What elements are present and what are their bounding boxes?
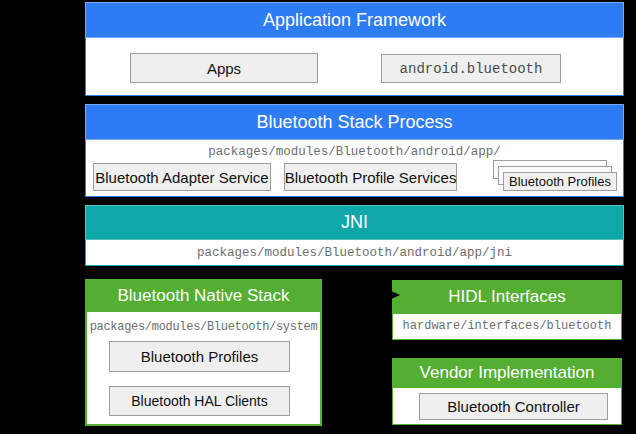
native-stack-path-label: packages/modules/Bluetooth/system — [87, 320, 320, 334]
section-hidl-interfaces: HIDL Interfaces hardware/interfaces/blue… — [392, 280, 622, 340]
bluetooth-adapter-service-box: Bluetooth Adapter Service — [93, 163, 271, 191]
jni-header: JNI — [85, 205, 624, 240]
hidl-interfaces-body: hardware/interfaces/bluetooth — [392, 314, 622, 340]
application-framework-header: Application Framework — [85, 2, 624, 38]
section-vendor-implementation: Vendor Implementation Bluetooth Controll… — [392, 358, 622, 425]
apps-box: Apps — [130, 53, 318, 83]
jni-body: packages/modules/Bluetooth/android/app/j… — [85, 240, 624, 266]
application-framework-body: Apps android.bluetooth — [85, 38, 624, 96]
hidl-path-label: hardware/interfaces/bluetooth — [393, 314, 621, 338]
bluetooth-controller-box: Bluetooth Controller — [419, 393, 608, 420]
native-bluetooth-profiles-box: Bluetooth Profiles — [109, 341, 290, 372]
bluetooth-architecture-diagram: Application Framework Apps android.bluet… — [0, 0, 636, 434]
android-bluetooth-api-box: android.bluetooth — [381, 54, 561, 83]
jni-path-label: packages/modules/Bluetooth/android/app/j… — [86, 240, 623, 266]
bluetooth-native-stack-header: Bluetooth Native Stack — [85, 279, 322, 312]
hidl-interfaces-header: HIDL Interfaces — [392, 280, 622, 314]
vendor-implementation-body: Bluetooth Controller — [392, 388, 622, 425]
arrow-right-head-icon — [389, 290, 400, 300]
bluetooth-hal-clients-box: Bluetooth HAL Clients — [109, 386, 290, 416]
stack-process-path-label: packages/modules/Bluetooth/android/app/ — [86, 145, 623, 159]
bluetooth-profile-services-box: Bluetooth Profile Services — [284, 163, 457, 191]
bluetooth-stack-process-header: Bluetooth Stack Process — [85, 104, 624, 140]
section-jni: JNI packages/modules/Bluetooth/android/a… — [85, 205, 624, 266]
section-bluetooth-native-stack: Bluetooth Native Stack packages/modules/… — [85, 279, 322, 426]
native-hidl-arrow-line — [328, 294, 394, 296]
section-application-framework: Application Framework Apps android.bluet… — [85, 2, 624, 96]
bluetooth-profiles-stack-box: Bluetooth Profiles — [503, 172, 617, 191]
arrow-left-head-icon — [322, 290, 333, 300]
bluetooth-native-stack-body: packages/modules/Bluetooth/system Blueto… — [85, 312, 322, 426]
vendor-implementation-header: Vendor Implementation — [392, 358, 622, 388]
bluetooth-stack-process-body: packages/modules/Bluetooth/android/app/ … — [85, 140, 624, 197]
section-bluetooth-stack-process: Bluetooth Stack Process packages/modules… — [85, 104, 624, 197]
